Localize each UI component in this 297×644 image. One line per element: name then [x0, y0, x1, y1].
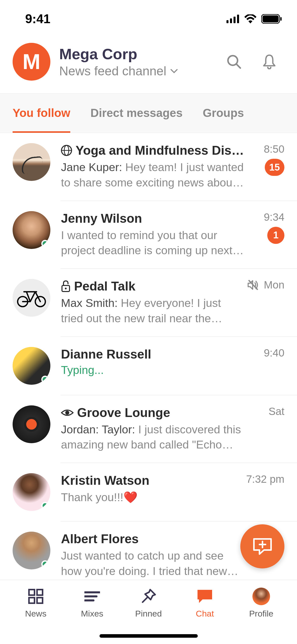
battery-icon: [261, 14, 282, 24]
typing-indicator: Typing...: [61, 364, 246, 377]
lock-icon: [61, 280, 71, 292]
chat-row[interactable]: Dianne Russell Typing... 9:40: [0, 337, 297, 395]
nav-label: Mixes: [81, 609, 103, 619]
pin-icon: [140, 588, 157, 605]
chat-content: Groove Lounge Jordan: Taylor: I just dis…: [61, 405, 246, 453]
tab-you-follow[interactable]: You follow: [13, 93, 70, 133]
nav-news[interactable]: News: [17, 588, 55, 624]
chat-title: Groove Lounge: [77, 405, 246, 420]
nav-label: News: [25, 609, 46, 619]
svg-rect-21: [37, 590, 43, 595]
chat-row[interactable]: Groove Lounge Jordan: Taylor: I just dis…: [0, 395, 297, 463]
chat-time: 8:50: [264, 143, 284, 155]
svg-rect-5: [262, 15, 279, 22]
header-titles[interactable]: Mega Corp News feed channel: [59, 45, 218, 78]
bicycle-icon: [16, 288, 47, 307]
chat-title: Pedal Talk: [74, 279, 237, 294]
filter-tabs: You follow Direct messages Groups: [0, 93, 297, 133]
chat-list[interactable]: Yoga and Mindfulness Discussi... Jane Ku…: [0, 133, 297, 589]
tab-groups[interactable]: Groups: [203, 93, 244, 133]
svg-rect-3: [237, 15, 239, 23]
chat-title: Yoga and Mindfulness Discussi...: [76, 143, 246, 158]
chat-content: Kristin Watson Thank you!!!❤️: [61, 473, 236, 511]
chat-preview: Thank you!!!❤️: [61, 490, 236, 505]
nav-mixes[interactable]: Mixes: [73, 588, 111, 624]
chat-time: Sat: [269, 405, 284, 417]
muted-icon: [247, 279, 259, 291]
chat-time: 9:40: [264, 347, 284, 359]
svg-rect-20: [29, 590, 35, 595]
svg-rect-1: [230, 18, 232, 23]
home-indicator[interactable]: [100, 634, 198, 638]
org-logo[interactable]: M: [13, 43, 50, 81]
svg-line-8: [237, 64, 240, 68]
search-icon: [226, 54, 242, 69]
tab-direct-messages[interactable]: Direct messages: [90, 93, 183, 133]
chat-meta: Mon: [247, 279, 284, 326]
presence-indicator: [41, 502, 49, 509]
chat-preview-text: Just wanted to catch up and see how you'…: [61, 549, 238, 579]
nav-label: Profile: [249, 609, 273, 619]
chat-row[interactable]: Pedal Talk Max Smith: Hey everyone! I ju…: [0, 269, 297, 336]
chat-preview: Just wanted to catch up and see how you'…: [61, 548, 246, 579]
chat-preview-text: Thank you!!!❤️: [61, 491, 138, 504]
nav-label: Chat: [196, 609, 214, 619]
chat-preview: I wanted to remind you that our project …: [61, 228, 246, 259]
svg-rect-2: [234, 17, 236, 23]
chat-meta: 8:50 15: [257, 143, 284, 190]
chat-content: Albert Flores Just wanted to catch up an…: [61, 532, 246, 579]
nav-label: Pinned: [135, 609, 162, 619]
chat-title: Albert Flores: [61, 532, 246, 546]
channel-selector[interactable]: News feed channel: [59, 64, 218, 78]
chat-content: Pedal Talk Max Smith: Hey everyone! I ju…: [61, 279, 237, 326]
chat-title: Dianne Russell: [61, 347, 246, 362]
status-time: 9:41: [25, 12, 50, 26]
status-icons: [226, 14, 282, 24]
chat-content: Yoga and Mindfulness Discussi... Jane Ku…: [61, 143, 246, 190]
svg-point-15: [65, 288, 67, 289]
chat-row[interactable]: Kristin Watson Thank you!!!❤️ 7:32 pm: [0, 463, 297, 521]
chat-icon: [196, 588, 214, 605]
chat-sender: Jane Kuper:: [61, 161, 125, 174]
avatar: [13, 211, 50, 249]
unread-badge: 1: [267, 227, 284, 244]
org-initial: M: [23, 49, 41, 74]
wifi-icon: [244, 14, 257, 23]
avatar: [13, 473, 50, 511]
chat-row[interactable]: Yoga and Mindfulness Discussi... Jane Ku…: [0, 133, 297, 201]
nav-profile[interactable]: Profile: [242, 588, 280, 624]
presence-indicator: [41, 376, 49, 383]
channel-label: News feed channel: [59, 64, 166, 78]
chat-title: Jenny Wilson: [61, 211, 246, 226]
new-chat-button[interactable]: [240, 524, 284, 568]
chat-meta: Sat: [257, 405, 284, 453]
nav-chat[interactable]: Chat: [186, 588, 224, 624]
nav-pinned[interactable]: Pinned: [129, 588, 167, 624]
notifications-button[interactable]: [262, 54, 277, 69]
header-actions: [226, 54, 284, 69]
chat-content: Dianne Russell Typing...: [61, 347, 246, 385]
chat-row[interactable]: Jenny Wilson I wanted to remind you that…: [0, 201, 297, 269]
chat-sender: Max Smith:: [61, 297, 121, 309]
svg-rect-0: [226, 20, 228, 23]
chat-preview: Max Smith: Hey everyone! I just tried ou…: [61, 296, 237, 326]
chat-preview: Jordan: Taylor: I just discovered this a…: [61, 422, 246, 453]
avatar: [13, 279, 50, 317]
presence-indicator: [41, 240, 49, 247]
profile-avatar-icon: [252, 588, 270, 605]
header: M Mega Corp News feed channel: [0, 38, 297, 93]
bell-icon: [262, 54, 276, 69]
presence-indicator: [41, 560, 49, 568]
chat-sender: Jordan: Taylor:: [61, 423, 138, 436]
news-icon: [27, 588, 45, 605]
status-bar: 9:41: [0, 0, 297, 38]
cellular-icon: [226, 15, 240, 23]
new-message-icon: [252, 537, 273, 556]
chat-title: Kristin Watson: [61, 473, 236, 488]
eye-icon: [61, 408, 74, 417]
chat-meta: 9:40: [257, 347, 284, 385]
search-button[interactable]: [226, 54, 242, 69]
svg-rect-22: [29, 598, 35, 603]
org-name: Mega Corp: [59, 45, 218, 63]
globe-icon: [61, 145, 72, 156]
